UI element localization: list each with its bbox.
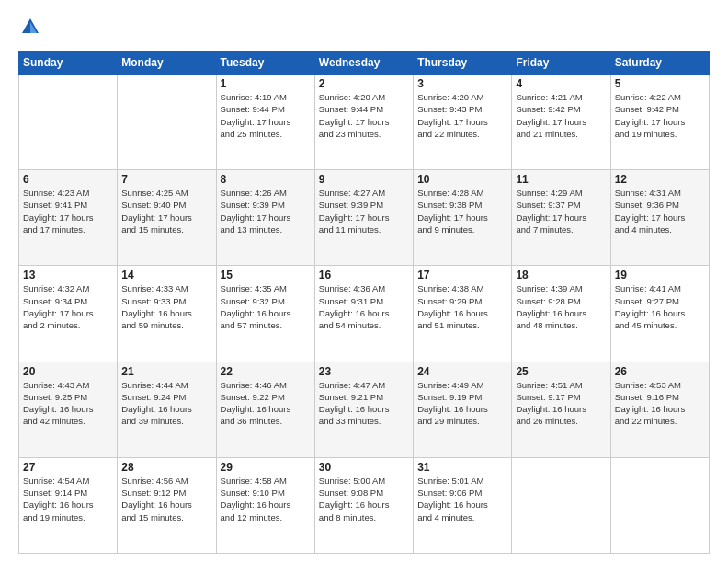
day-number: 14 bbox=[121, 269, 211, 282]
day-info: Sunrise: 4:20 AM Sunset: 9:43 PM Dayligh… bbox=[417, 91, 507, 140]
day-number: 12 bbox=[615, 173, 705, 186]
calendar-cell: 8Sunrise: 4:26 AM Sunset: 9:39 PM Daylig… bbox=[216, 170, 314, 266]
calendar-cell: 19Sunrise: 4:41 AM Sunset: 9:27 PM Dayli… bbox=[610, 266, 709, 362]
day-info: Sunrise: 5:00 AM Sunset: 9:08 PM Dayligh… bbox=[319, 475, 409, 523]
day-info: Sunrise: 4:56 AM Sunset: 9:12 PM Dayligh… bbox=[121, 475, 211, 523]
calendar-cell: 2Sunrise: 4:20 AM Sunset: 9:44 PM Daylig… bbox=[314, 75, 413, 170]
day-info: Sunrise: 4:44 AM Sunset: 9:24 PM Dayligh… bbox=[121, 379, 211, 428]
calendar-cell: 6Sunrise: 4:23 AM Sunset: 9:41 PM Daylig… bbox=[19, 170, 118, 266]
day-info: Sunrise: 4:22 AM Sunset: 9:42 PM Dayligh… bbox=[615, 91, 705, 140]
calendar-cell: 23Sunrise: 4:47 AM Sunset: 9:21 PM Dayli… bbox=[314, 362, 413, 457]
day-info: Sunrise: 4:47 AM Sunset: 9:21 PM Dayligh… bbox=[319, 379, 409, 428]
day-info: Sunrise: 4:49 AM Sunset: 9:19 PM Dayligh… bbox=[417, 379, 507, 428]
day-number: 28 bbox=[121, 461, 211, 474]
weekday-header-sunday: Sunday bbox=[19, 52, 118, 75]
weekday-header-friday: Friday bbox=[512, 52, 610, 75]
calendar-cell: 18Sunrise: 4:39 AM Sunset: 9:28 PM Dayli… bbox=[512, 266, 610, 362]
calendar-cell: 31Sunrise: 5:01 AM Sunset: 9:06 PM Dayli… bbox=[414, 457, 512, 553]
day-number: 24 bbox=[417, 365, 507, 378]
weekday-header-tuesday: Tuesday bbox=[216, 52, 314, 75]
calendar-cell: 21Sunrise: 4:44 AM Sunset: 9:24 PM Dayli… bbox=[118, 362, 216, 457]
calendar-cell: 24Sunrise: 4:49 AM Sunset: 9:19 PM Dayli… bbox=[414, 362, 512, 457]
day-number: 16 bbox=[319, 269, 409, 282]
day-info: Sunrise: 4:43 AM Sunset: 9:25 PM Dayligh… bbox=[23, 379, 113, 428]
day-number: 26 bbox=[615, 365, 705, 378]
day-info: Sunrise: 4:25 AM Sunset: 9:40 PM Dayligh… bbox=[121, 187, 211, 236]
day-info: Sunrise: 4:26 AM Sunset: 9:39 PM Dayligh… bbox=[221, 187, 311, 236]
day-number: 4 bbox=[516, 77, 606, 90]
calendar-header-row: SundayMondayTuesdayWednesdayThursdayFrid… bbox=[19, 52, 710, 75]
weekday-header-monday: Monday bbox=[118, 52, 216, 75]
day-info: Sunrise: 4:54 AM Sunset: 9:14 PM Dayligh… bbox=[23, 475, 113, 523]
day-info: Sunrise: 4:53 AM Sunset: 9:16 PM Dayligh… bbox=[615, 379, 705, 428]
calendar-cell: 9Sunrise: 4:27 AM Sunset: 9:39 PM Daylig… bbox=[314, 170, 413, 266]
day-info: Sunrise: 4:35 AM Sunset: 9:32 PM Dayligh… bbox=[221, 282, 311, 331]
calendar-cell bbox=[19, 75, 118, 170]
day-number: 11 bbox=[516, 173, 606, 186]
header bbox=[18, 17, 710, 41]
day-info: Sunrise: 4:20 AM Sunset: 9:44 PM Dayligh… bbox=[319, 91, 409, 140]
day-number: 23 bbox=[319, 365, 409, 378]
weekday-header-thursday: Thursday bbox=[414, 52, 512, 75]
calendar-week-row: 13Sunrise: 4:32 AM Sunset: 9:34 PM Dayli… bbox=[19, 266, 710, 362]
calendar-cell: 25Sunrise: 4:51 AM Sunset: 9:17 PM Dayli… bbox=[512, 362, 610, 457]
day-info: Sunrise: 4:29 AM Sunset: 9:37 PM Dayligh… bbox=[516, 187, 606, 236]
calendar-cell: 11Sunrise: 4:29 AM Sunset: 9:37 PM Dayli… bbox=[512, 170, 610, 266]
weekday-header-saturday: Saturday bbox=[610, 52, 709, 75]
calendar-cell: 30Sunrise: 5:00 AM Sunset: 9:08 PM Dayli… bbox=[314, 457, 413, 553]
calendar-cell: 13Sunrise: 4:32 AM Sunset: 9:34 PM Dayli… bbox=[19, 266, 118, 362]
calendar-week-row: 6Sunrise: 4:23 AM Sunset: 9:41 PM Daylig… bbox=[19, 170, 710, 266]
calendar-week-row: 20Sunrise: 4:43 AM Sunset: 9:25 PM Dayli… bbox=[19, 362, 710, 457]
calendar-cell: 5Sunrise: 4:22 AM Sunset: 9:42 PM Daylig… bbox=[610, 75, 709, 170]
logo bbox=[18, 17, 40, 41]
day-number: 9 bbox=[319, 173, 409, 186]
calendar-week-row: 1Sunrise: 4:19 AM Sunset: 9:44 PM Daylig… bbox=[19, 75, 710, 170]
day-number: 8 bbox=[221, 173, 311, 186]
calendar-cell: 28Sunrise: 4:56 AM Sunset: 9:12 PM Dayli… bbox=[118, 457, 216, 553]
day-info: Sunrise: 4:28 AM Sunset: 9:38 PM Dayligh… bbox=[417, 187, 507, 236]
day-number: 15 bbox=[221, 269, 311, 282]
day-info: Sunrise: 4:39 AM Sunset: 9:28 PM Dayligh… bbox=[516, 282, 606, 331]
day-number: 6 bbox=[23, 173, 113, 186]
day-number: 5 bbox=[615, 77, 705, 90]
logo-icon bbox=[20, 17, 40, 37]
day-number: 29 bbox=[221, 461, 311, 474]
day-number: 13 bbox=[23, 269, 113, 282]
calendar-cell: 1Sunrise: 4:19 AM Sunset: 9:44 PM Daylig… bbox=[216, 75, 314, 170]
day-number: 10 bbox=[417, 173, 507, 186]
day-info: Sunrise: 4:46 AM Sunset: 9:22 PM Dayligh… bbox=[221, 379, 311, 428]
calendar-cell: 3Sunrise: 4:20 AM Sunset: 9:43 PM Daylig… bbox=[414, 75, 512, 170]
page: SundayMondayTuesdayWednesdayThursdayFrid… bbox=[0, 0, 728, 563]
calendar-cell: 22Sunrise: 4:46 AM Sunset: 9:22 PM Dayli… bbox=[216, 362, 314, 457]
day-info: Sunrise: 4:21 AM Sunset: 9:42 PM Dayligh… bbox=[516, 91, 606, 140]
calendar-cell: 20Sunrise: 4:43 AM Sunset: 9:25 PM Dayli… bbox=[19, 362, 118, 457]
day-info: Sunrise: 4:23 AM Sunset: 9:41 PM Dayligh… bbox=[23, 187, 113, 236]
day-info: Sunrise: 4:32 AM Sunset: 9:34 PM Dayligh… bbox=[23, 282, 113, 331]
calendar-cell: 14Sunrise: 4:33 AM Sunset: 9:33 PM Dayli… bbox=[118, 266, 216, 362]
calendar-cell: 7Sunrise: 4:25 AM Sunset: 9:40 PM Daylig… bbox=[118, 170, 216, 266]
calendar-table: SundayMondayTuesdayWednesdayThursdayFrid… bbox=[18, 51, 710, 554]
day-info: Sunrise: 4:58 AM Sunset: 9:10 PM Dayligh… bbox=[221, 475, 311, 523]
day-number: 30 bbox=[319, 461, 409, 474]
day-number: 17 bbox=[417, 269, 507, 282]
day-info: Sunrise: 5:01 AM Sunset: 9:06 PM Dayligh… bbox=[417, 475, 507, 523]
calendar-cell: 26Sunrise: 4:53 AM Sunset: 9:16 PM Dayli… bbox=[610, 362, 709, 457]
day-info: Sunrise: 4:19 AM Sunset: 9:44 PM Dayligh… bbox=[221, 91, 311, 140]
day-number: 1 bbox=[221, 77, 311, 90]
calendar-cell: 17Sunrise: 4:38 AM Sunset: 9:29 PM Dayli… bbox=[414, 266, 512, 362]
day-number: 19 bbox=[615, 269, 705, 282]
day-number: 22 bbox=[221, 365, 311, 378]
day-number: 3 bbox=[417, 77, 507, 90]
day-number: 21 bbox=[121, 365, 211, 378]
day-number: 27 bbox=[23, 461, 113, 474]
calendar-cell bbox=[512, 457, 610, 553]
calendar-cell: 10Sunrise: 4:28 AM Sunset: 9:38 PM Dayli… bbox=[414, 170, 512, 266]
day-info: Sunrise: 4:36 AM Sunset: 9:31 PM Dayligh… bbox=[319, 282, 409, 331]
calendar-cell: 15Sunrise: 4:35 AM Sunset: 9:32 PM Dayli… bbox=[216, 266, 314, 362]
day-info: Sunrise: 4:31 AM Sunset: 9:36 PM Dayligh… bbox=[615, 187, 705, 236]
calendar-cell: 16Sunrise: 4:36 AM Sunset: 9:31 PM Dayli… bbox=[314, 266, 413, 362]
calendar-cell bbox=[118, 75, 216, 170]
calendar-cell: 4Sunrise: 4:21 AM Sunset: 9:42 PM Daylig… bbox=[512, 75, 610, 170]
calendar-cell: 12Sunrise: 4:31 AM Sunset: 9:36 PM Dayli… bbox=[610, 170, 709, 266]
day-number: 18 bbox=[516, 269, 606, 282]
